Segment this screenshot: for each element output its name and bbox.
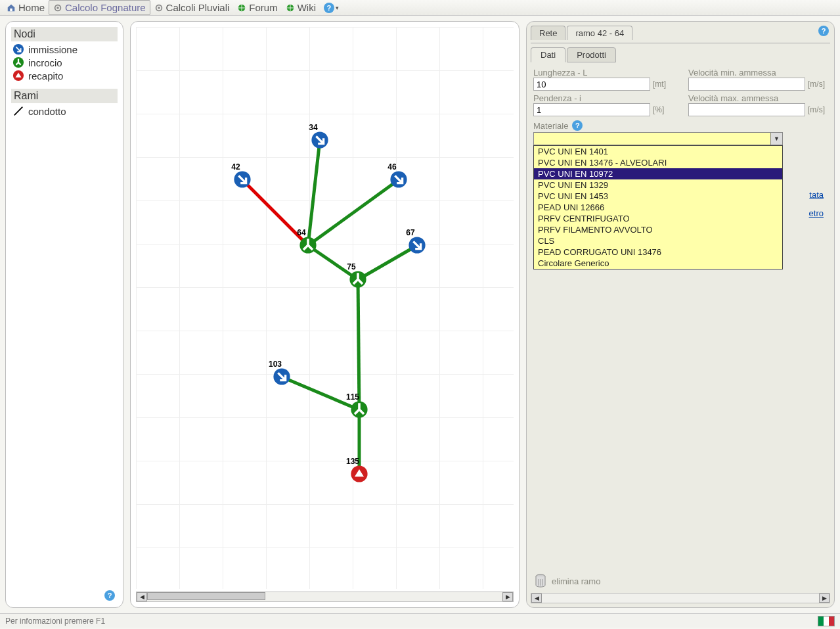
panel-horizontal-scrollbar[interactable]: ◀ ▶ bbox=[531, 593, 830, 603]
vmax-input[interactable] bbox=[688, 103, 805, 116]
nav-pluviali-label: Calcoli Pluviali bbox=[166, 2, 230, 13]
lunghezza-unit: [mt] bbox=[653, 80, 675, 89]
materiale-selected bbox=[534, 133, 770, 145]
globe-icon bbox=[286, 3, 295, 12]
node-label-75: 75 bbox=[347, 262, 355, 271]
materiale-dropdown[interactable]: ▼ PVC UNI EN 1401PVC UNI EN 13476 - ALVE… bbox=[533, 132, 828, 145]
nav-fognature-label: Calcolo Fognature bbox=[65, 2, 146, 13]
scroll-track[interactable] bbox=[542, 594, 819, 603]
nav-wiki-label: Wiki bbox=[298, 2, 316, 13]
legend-immissione[interactable]: immissione bbox=[11, 43, 118, 56]
nav-help-dropdown[interactable]: ? ▾ bbox=[320, 1, 343, 14]
link-tata[interactable]: tata bbox=[809, 190, 824, 200]
legend-recapito[interactable]: recapito bbox=[11, 69, 118, 82]
nav-home-label: Home bbox=[18, 2, 45, 13]
status-bar: Per informazioni premere F1 bbox=[0, 613, 840, 628]
lunghezza-label: Lunghezza - L bbox=[533, 68, 675, 78]
node-label-103: 103 bbox=[269, 360, 282, 369]
node-label-64: 64 bbox=[297, 228, 305, 237]
gear-icon bbox=[154, 3, 164, 12]
materiale-option[interactable]: PVC UNI EN 1453 bbox=[534, 191, 782, 202]
scroll-left-arrow[interactable]: ◀ bbox=[137, 592, 147, 601]
nav-home[interactable]: Home bbox=[3, 1, 49, 14]
pendenza-input[interactable] bbox=[533, 103, 650, 116]
vmin-input[interactable] bbox=[688, 78, 805, 91]
scroll-track[interactable] bbox=[147, 592, 502, 601]
materiale-dropdown-list[interactable]: PVC UNI EN 1401PVC UNI EN 13476 - ALVEOL… bbox=[533, 145, 783, 269]
materiale-option[interactable]: PEAD UNI 12666 bbox=[534, 202, 782, 213]
subtab-prodotti[interactable]: Prodotti bbox=[567, 47, 616, 62]
scroll-thumb[interactable] bbox=[147, 592, 265, 600]
materiale-option[interactable]: PVC UNI EN 1329 bbox=[534, 179, 782, 191]
node-label-135: 135 bbox=[346, 457, 359, 466]
node-75[interactable] bbox=[349, 270, 367, 289]
svg-rect-0 bbox=[10, 8, 12, 11]
properties-panel: ? Rete ramo 42 - 64 Dati Prodotti Lunghe… bbox=[526, 21, 835, 608]
canvas-panel: 344246646775103115135 ◀ ▶ bbox=[130, 21, 519, 608]
nav-forum[interactable]: Forum bbox=[233, 1, 281, 14]
subtab-dati[interactable]: Dati bbox=[531, 47, 565, 62]
scroll-left-arrow[interactable]: ◀ bbox=[531, 594, 542, 603]
help-icon: ? bbox=[324, 3, 334, 13]
vmin-unit: [m/s] bbox=[808, 80, 830, 89]
node-135[interactable] bbox=[350, 465, 368, 483]
chevron-down-icon: ▾ bbox=[336, 5, 339, 11]
node-115[interactable] bbox=[350, 400, 368, 419]
nav-calcoli-pluviali[interactable]: Calcoli Pluviali bbox=[150, 1, 234, 14]
legend-header-nodi: Nodi bbox=[11, 27, 118, 41]
node-label-34: 34 bbox=[309, 123, 317, 132]
dropdown-arrow-icon[interactable]: ▼ bbox=[770, 133, 782, 145]
svg-point-2 bbox=[56, 7, 59, 9]
materiale-option[interactable]: Circolare Generico bbox=[534, 258, 782, 269]
scroll-right-arrow[interactable]: ▶ bbox=[502, 592, 513, 601]
legend-condotto-label: condotto bbox=[28, 106, 66, 117]
globe-icon bbox=[237, 3, 246, 12]
node-67[interactable] bbox=[408, 236, 426, 254]
materiale-option[interactable]: PRFV FILAMENTO AVVOLTO bbox=[534, 224, 782, 235]
materiale-option[interactable]: PVC UNI EN 13476 - ALVEOLARI bbox=[534, 157, 782, 168]
gear-icon bbox=[53, 3, 62, 12]
top-nav: Home Calcolo Fognature Calcoli Pluviali … bbox=[0, 0, 840, 16]
materiale-option[interactable]: PVC UNI EN 10972 bbox=[534, 168, 782, 179]
node-103[interactable] bbox=[273, 367, 291, 386]
tab-rete[interactable]: Rete bbox=[531, 26, 565, 40]
materiale-option[interactable]: PEAD CORRUGATO UNI 13476 bbox=[534, 246, 782, 258]
node-34[interactable] bbox=[311, 131, 329, 149]
network-canvas[interactable]: 344246646775103115135 bbox=[136, 27, 514, 589]
legend-recapito-label: recapito bbox=[28, 70, 63, 82]
materiale-option[interactable]: CLS bbox=[534, 235, 782, 246]
help-icon[interactable]: ? bbox=[818, 26, 829, 36]
node-label-67: 67 bbox=[406, 228, 414, 237]
scroll-right-arrow[interactable]: ▶ bbox=[819, 594, 829, 603]
materiale-option[interactable]: PRFV CENTRIFUGATO bbox=[534, 213, 782, 224]
canvas-horizontal-scrollbar[interactable]: ◀ ▶ bbox=[136, 592, 514, 602]
node-46[interactable] bbox=[389, 170, 408, 189]
trash-icon bbox=[533, 573, 548, 589]
node-label-42: 42 bbox=[231, 162, 240, 172]
legend-incrocio[interactable]: incrocio bbox=[11, 56, 118, 69]
node-42[interactable] bbox=[233, 170, 252, 189]
help-icon[interactable]: ? bbox=[572, 120, 583, 131]
status-text: Per informazioni premere F1 bbox=[5, 617, 105, 626]
nav-wiki[interactable]: Wiki bbox=[282, 1, 320, 14]
delete-ramo[interactable]: elimina ramo bbox=[533, 573, 600, 589]
legend-header-rami: Rami bbox=[11, 89, 118, 103]
immissione-icon bbox=[12, 43, 24, 55]
form-area: Lunghezza - L [mt] Velocità min. ammessa… bbox=[531, 62, 830, 151]
lunghezza-input[interactable] bbox=[533, 78, 650, 91]
legend-incrocio-label: incrocio bbox=[28, 57, 62, 68]
flag-italy-icon[interactable] bbox=[818, 616, 835, 626]
link-etro[interactable]: etro bbox=[809, 208, 824, 218]
pendenza-unit: [%] bbox=[653, 105, 675, 114]
nav-forum-label: Forum bbox=[249, 2, 277, 13]
legend-panel: Nodi immissione incrocio recapito Rami c… bbox=[5, 21, 123, 608]
node-64[interactable] bbox=[299, 236, 317, 254]
materiale-option[interactable]: PVC UNI EN 1401 bbox=[534, 146, 782, 157]
help-icon[interactable]: ? bbox=[104, 590, 115, 601]
vmax-label: Velocità max. ammessa bbox=[688, 93, 830, 103]
nav-calcolo-fognature[interactable]: Calcolo Fognature bbox=[49, 0, 150, 15]
recapito-icon bbox=[12, 70, 24, 82]
tab-ramo[interactable]: ramo 42 - 64 bbox=[567, 26, 632, 40]
node-label-46: 46 bbox=[387, 162, 396, 172]
legend-condotto[interactable]: condotto bbox=[11, 105, 118, 118]
